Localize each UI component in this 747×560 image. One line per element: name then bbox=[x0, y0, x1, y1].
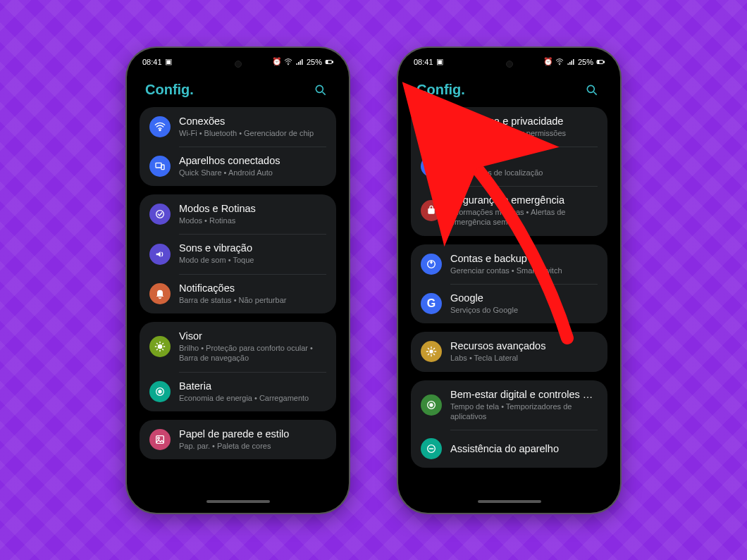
svg-rect-25 bbox=[604, 61, 605, 63]
settings-item-google[interactable]: GGoogleServiços do Google bbox=[411, 284, 607, 323]
svg-rect-8 bbox=[161, 165, 164, 170]
wifi-status-icon bbox=[284, 58, 292, 66]
svg-line-16 bbox=[163, 349, 163, 350]
search-button[interactable] bbox=[311, 80, 331, 100]
svg-point-4 bbox=[316, 85, 323, 92]
app-header: Config. bbox=[132, 70, 343, 107]
notif-icon bbox=[149, 283, 171, 304]
settings-item-title: Recursos avançados bbox=[450, 340, 545, 351]
settings-item-title: Assistência do aparelho bbox=[450, 443, 559, 454]
settings-item-subtitle: Gerenciar contas • Smart Switch bbox=[450, 266, 562, 275]
settings-item-seguranca-e-privacidade[interactable]: Segurança e privacidadeBiometria • Geren… bbox=[411, 107, 607, 147]
settings-group: Contas e backupGerenciar contas • Smart … bbox=[411, 244, 607, 324]
settings-item-recursos-avancados[interactable]: Recursos avançadosLabs • Tecla Lateral bbox=[411, 332, 607, 371]
svg-rect-3 bbox=[326, 61, 328, 63]
settings-item-papel-de-parede-e-estilo[interactable]: Papel de parede e estiloPap. par. • Pale… bbox=[140, 420, 336, 459]
settings-item-title: Modos e Rotinas bbox=[179, 203, 256, 214]
screenshot-icon: ▣ bbox=[436, 57, 443, 66]
svg-point-27 bbox=[587, 85, 594, 92]
settings-item-title: Segurança e emergência bbox=[450, 194, 598, 206]
app-header: Config. bbox=[404, 70, 615, 107]
svg-point-31 bbox=[430, 350, 433, 353]
alarm-icon: ⏰ bbox=[273, 58, 281, 66]
advanced-icon bbox=[421, 341, 442, 362]
nav-bar[interactable] bbox=[404, 496, 615, 507]
settings-item-visor[interactable]: VisorBrilho • Proteção para conforto ocu… bbox=[140, 322, 336, 372]
settings-item-title: Bateria bbox=[179, 380, 309, 392]
settings-item-title: Visor bbox=[179, 330, 326, 342]
camera-notch bbox=[235, 61, 242, 68]
settings-item-local[interactable]: LocalSolicitações de localização bbox=[411, 147, 607, 186]
page-title: Config. bbox=[145, 82, 194, 98]
settings-item-notificacoes[interactable]: NotificaçõesBarra de status • Não pertur… bbox=[140, 274, 336, 313]
search-icon bbox=[314, 83, 328, 97]
settings-item-subtitle: Labs • Tecla Lateral bbox=[450, 353, 545, 363]
signal-icon bbox=[567, 58, 575, 66]
devices-icon bbox=[149, 156, 171, 177]
svg-point-20 bbox=[159, 390, 161, 393]
nav-home-pill[interactable] bbox=[478, 500, 541, 503]
settings-item-assistencia-do-aparelho[interactable]: Assistência do aparelho bbox=[411, 430, 607, 468]
search-icon bbox=[585, 83, 599, 97]
settings-item-subtitle: Economia de energia • Carregamento bbox=[179, 393, 309, 403]
settings-item-title: Aparelhos conectados bbox=[179, 155, 280, 166]
settings-item-conexoes[interactable]: ConexõesWi-Fi • Bluetooth • Gerenciador … bbox=[140, 107, 336, 147]
settings-list[interactable]: Segurança e privacidadeBiometria • Geren… bbox=[404, 107, 615, 496]
svg-point-29 bbox=[430, 164, 433, 167]
svg-rect-2 bbox=[333, 61, 333, 63]
settings-group: Papel de parede e estiloPap. par. • Pale… bbox=[140, 420, 336, 459]
settings-item-contas-e-backup[interactable]: Contas e backupGerenciar contas • Smart … bbox=[411, 244, 607, 284]
right-phone-screen: 08:41 ▣ ⏰ 25% Config. bbox=[404, 54, 615, 507]
svg-point-10 bbox=[158, 345, 161, 349]
battery-percent: 25% bbox=[307, 58, 322, 66]
settings-item-bem-estar-digital-e-controles-parentais[interactable]: Bem-estar digital e controles parentaisT… bbox=[411, 380, 607, 430]
settings-item-modos-e-rotinas[interactable]: Modos e RotinasModos • Rotinas bbox=[140, 194, 336, 234]
settings-item-seguranca-e-emergencia[interactable]: Segurança e emergênciaInformações médica… bbox=[411, 186, 607, 236]
svg-rect-7 bbox=[156, 163, 161, 168]
settings-item-title: Google bbox=[450, 292, 518, 304]
battery-icon bbox=[325, 58, 333, 66]
screenshot-icon: ▣ bbox=[165, 57, 172, 66]
battery-icon bbox=[149, 381, 171, 402]
settings-item-bateria[interactable]: BateriaEconomia de energia • Carregament… bbox=[140, 372, 336, 411]
settings-item-sons-e-vibracao[interactable]: Sons e vibraçãoModo de som • Toque bbox=[140, 234, 336, 273]
signal-icon bbox=[295, 58, 304, 66]
settings-item-title: Bem-estar digital e controles parentais bbox=[450, 389, 598, 400]
nav-bar[interactable] bbox=[132, 496, 343, 507]
settings-item-subtitle: Modo de som • Toque bbox=[179, 255, 254, 265]
accounts-icon bbox=[421, 254, 442, 275]
settings-item-subtitle: Barra de status • Não perturbar bbox=[179, 295, 286, 305]
settings-item-subtitle: Biometria • Gerenciar permissões bbox=[450, 128, 566, 138]
left-phone-screen: 08:41 ▣ ⏰ 25% Config. bbox=[132, 54, 343, 507]
camera-notch bbox=[506, 61, 513, 68]
settings-item-title: Segurança e privacidade bbox=[450, 116, 566, 127]
nav-home-pill[interactable] bbox=[206, 500, 270, 503]
google-icon: G bbox=[421, 293, 442, 314]
settings-item-aparelhos-conectados[interactable]: Aparelhos conectadosQuick Share • Androi… bbox=[140, 147, 336, 186]
svg-line-5 bbox=[323, 92, 326, 94]
display-icon bbox=[149, 336, 171, 357]
settings-item-title: Local bbox=[450, 155, 543, 166]
settings-item-title: Contas e backup bbox=[450, 253, 562, 264]
assist-icon bbox=[421, 438, 442, 459]
settings-item-title: Conexões bbox=[179, 116, 314, 127]
battery-icon bbox=[596, 58, 605, 66]
wellbeing-icon bbox=[421, 394, 442, 416]
wifi-status-icon bbox=[555, 58, 564, 66]
svg-rect-26 bbox=[598, 61, 599, 63]
annotation-arrow bbox=[0, 0, 747, 560]
settings-group: Segurança e privacidadeBiometria • Geren… bbox=[411, 107, 607, 236]
settings-item-subtitle: Solicitações de localização bbox=[450, 168, 543, 178]
settings-list[interactable]: ConexõesWi-Fi • Bluetooth • Gerenciador … bbox=[132, 107, 343, 496]
settings-item-title: Sons e vibração bbox=[179, 242, 254, 254]
search-button[interactable] bbox=[582, 80, 602, 100]
settings-item-subtitle: Tempo de tela • Temporizadores de aplica… bbox=[450, 402, 598, 422]
settings-group: ConexõesWi-Fi • Bluetooth • Gerenciador … bbox=[140, 107, 336, 187]
settings-item-title: Notificações bbox=[179, 282, 286, 294]
wallpaper-icon bbox=[149, 429, 171, 450]
svg-point-6 bbox=[159, 129, 161, 130]
settings-item-subtitle: Serviços do Google bbox=[450, 305, 518, 315]
settings-item-subtitle: Quick Share • Android Auto bbox=[179, 168, 280, 178]
svg-point-0 bbox=[288, 64, 288, 65]
status-time: 08:41 bbox=[142, 58, 162, 66]
